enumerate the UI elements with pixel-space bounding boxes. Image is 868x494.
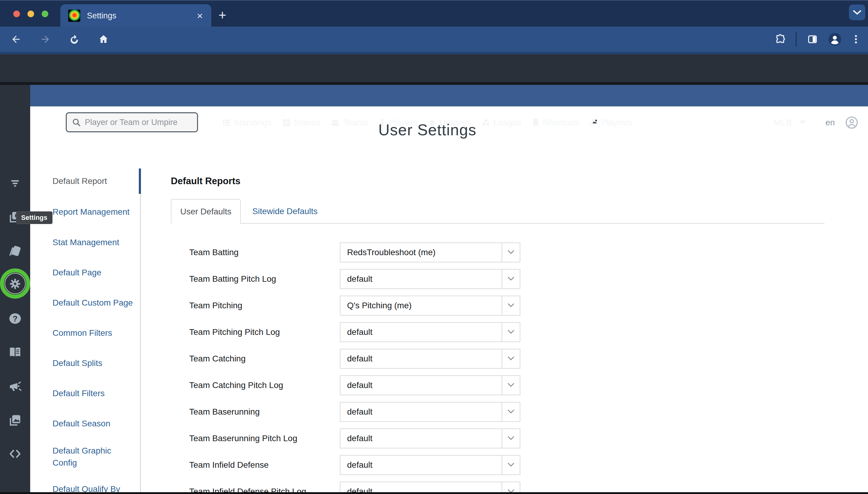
- select-value: default: [347, 323, 372, 342]
- tab-search-button[interactable]: [849, 4, 865, 20]
- filter-icon[interactable]: [0, 176, 30, 190]
- settings-menu-item-default-custom-page[interactable]: Default Custom Page: [53, 297, 135, 309]
- settings-menu-item-default-filters[interactable]: Default Filters: [53, 387, 135, 399]
- browser-tabstrip: Settings × +: [0, 0, 868, 27]
- select-value: default: [347, 349, 372, 368]
- settings-menu-item-default-season[interactable]: Default Season: [53, 418, 135, 430]
- browser-tab[interactable]: Settings ×: [60, 4, 211, 27]
- chevron-down-icon: [507, 436, 515, 440]
- select-value: RedsTroubleshoot (me): [347, 243, 435, 262]
- chevron-down-icon: [507, 356, 515, 361]
- window-close-button[interactable]: [13, 11, 20, 17]
- chevron-down-icon: [507, 329, 515, 334]
- team-catching-select[interactable]: default: [340, 349, 520, 369]
- browser-toolbar: mlbdemo.trumedianetworks.com/baseball/se…: [0, 26, 868, 52]
- select-value: default: [347, 456, 372, 474]
- gear-icon[interactable]: [0, 277, 30, 291]
- chrome-bottom-edge: [0, 52, 868, 54]
- field-label: Team Catching Pitch Log: [189, 375, 334, 395]
- window-minimize-button[interactable]: [27, 11, 34, 17]
- app-sidebar: ?: [0, 85, 30, 492]
- team-batting-pitch-log-select[interactable]: default: [340, 269, 520, 289]
- home-button[interactable]: [95, 26, 113, 52]
- language-label[interactable]: en: [825, 109, 835, 136]
- chevron-down-icon: [507, 409, 515, 414]
- screen: Settings × +: [0, 0, 868, 494]
- team-pitching-pitch-log-select[interactable]: default: [340, 322, 520, 342]
- select-value: default: [347, 376, 372, 395]
- tab-close-icon[interactable]: ×: [197, 11, 203, 21]
- settings-menu-item-report-management[interactable]: Report Management: [53, 206, 135, 218]
- chevron-down-icon: [507, 383, 515, 387]
- settings-menu-item-default-report[interactable]: Default Report: [53, 175, 135, 187]
- field-label: Team Batting: [189, 243, 334, 262]
- section-title: Default Reports: [171, 176, 240, 187]
- chevron-down-icon: [507, 462, 515, 467]
- page-title: User Settings: [30, 121, 825, 139]
- settings-menu-item-default-graphic-config[interactable]: Default Graphic Config: [53, 445, 135, 469]
- profile-avatar[interactable]: [826, 26, 844, 52]
- chevron-down-icon: [507, 276, 515, 281]
- extensions-icon[interactable]: [771, 26, 790, 52]
- team-baserunning-pitch-log-select[interactable]: default: [340, 429, 520, 449]
- select-value: default: [347, 270, 372, 288]
- account-icon[interactable]: [845, 116, 859, 129]
- forward-button[interactable]: [36, 26, 54, 52]
- team-infield-defense-select[interactable]: default: [340, 455, 520, 475]
- chevron-down-icon: [507, 250, 515, 254]
- book-icon[interactable]: [0, 345, 30, 359]
- chevron-down-icon: [853, 10, 862, 15]
- window-bottom-edge: [0, 492, 868, 494]
- settings-menu-active-indicator: [139, 169, 141, 194]
- field-label: Team Infield Defense: [189, 455, 334, 475]
- select-value: default: [347, 429, 372, 448]
- tab-user-defaults[interactable]: User Defaults: [171, 199, 241, 224]
- field-label: Team Batting Pitch Log: [189, 269, 334, 289]
- select-value: default: [347, 402, 372, 421]
- cards-icon[interactable]: [0, 244, 30, 258]
- field-label: Team Pitching Pitch Log: [189, 322, 334, 342]
- settings-menu-item-stat-management[interactable]: Stat Management: [53, 236, 135, 248]
- settings-menu-divider: [140, 169, 141, 494]
- team-pitching-select[interactable]: Q's Pitching (me): [340, 296, 520, 316]
- megaphone-icon[interactable]: [0, 380, 30, 394]
- code-icon[interactable]: [0, 447, 30, 460]
- svg-text:?: ?: [13, 314, 18, 323]
- browser-menu-icon[interactable]: [847, 26, 865, 52]
- images-icon[interactable]: [0, 413, 30, 427]
- select-value: Q's Pitching (me): [347, 296, 412, 315]
- field-label: Team Baserunning Pitch Log: [189, 429, 334, 449]
- settings-menu-item-default-splits[interactable]: Default Splits: [53, 357, 135, 369]
- tab-sitewide-defaults[interactable]: Sitewide Defaults: [241, 199, 317, 224]
- reload-button[interactable]: [65, 26, 83, 52]
- team-baserunning-select[interactable]: default: [340, 402, 520, 422]
- app-navbar: TRUMEDIA Standings Scores Teams: [0, 54, 868, 85]
- back-button[interactable]: [7, 26, 25, 52]
- field-label: Team Catching: [189, 349, 334, 369]
- settings-menu-item-common-filters[interactable]: Common Filters: [53, 327, 135, 339]
- settings-tooltip: Settings: [16, 211, 53, 224]
- site-favicon: [68, 10, 80, 22]
- tab-title: Settings: [87, 11, 197, 21]
- chevron-down-icon: [507, 303, 515, 308]
- language-value: en: [825, 118, 835, 128]
- side-panel-icon[interactable]: [804, 26, 822, 52]
- team-batting-select[interactable]: RedsTroubleshoot (me): [340, 243, 520, 262]
- new-tab-button[interactable]: +: [218, 8, 226, 22]
- toolbar-divider: [795, 32, 797, 46]
- field-label: Team Pitching: [189, 296, 334, 316]
- window-zoom-button[interactable]: [42, 11, 48, 17]
- field-label: Team Baserunning: [189, 402, 334, 422]
- page-header-band: [30, 85, 868, 107]
- settings-menu-item-default-page[interactable]: Default Page: [53, 267, 135, 279]
- team-catching-pitch-log-select[interactable]: default: [340, 375, 520, 395]
- help-icon[interactable]: ?: [0, 311, 30, 325]
